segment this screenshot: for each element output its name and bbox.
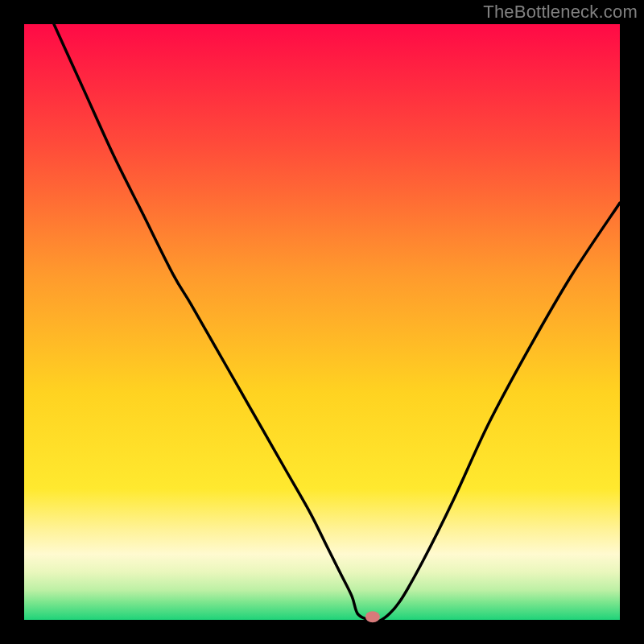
watermark-label: TheBottleneck.com	[483, 2, 638, 23]
bottleneck-chart	[0, 0, 644, 644]
chart-frame: TheBottleneck.com	[0, 0, 644, 644]
gradient-background	[24, 24, 620, 620]
optimal-marker	[365, 611, 380, 622]
